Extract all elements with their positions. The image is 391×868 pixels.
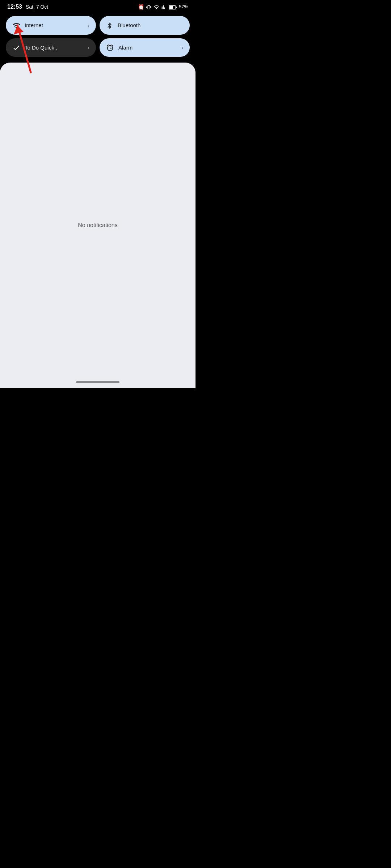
qs-tile-grid: Internet › Bluetooth To Do Quick.. › xyxy=(6,16,190,57)
quick-settings-panel: Internet › Bluetooth To Do Quick.. › xyxy=(0,12,196,63)
status-bar: 12:53 Sat, 7 Oct ⏰ xyxy=(0,0,196,12)
alarm-icon xyxy=(106,43,114,52)
vibrate-icon xyxy=(146,4,151,10)
no-notifications-text: No notifications xyxy=(78,222,117,229)
time-display: 12:53 xyxy=(7,4,22,10)
todo-chevron: › xyxy=(88,45,89,51)
alarm-label: Alarm xyxy=(118,44,177,51)
svg-rect-2 xyxy=(169,6,173,8)
notification-panel: No notifications xyxy=(0,63,196,388)
bluetooth-icon xyxy=(106,21,113,30)
alarm-chevron: › xyxy=(181,45,183,51)
battery-percentage: 57% xyxy=(179,4,188,9)
home-indicator[interactable] xyxy=(76,381,119,383)
qs-tile-internet[interactable]: Internet › xyxy=(6,16,96,35)
qs-tile-alarm[interactable]: Alarm › xyxy=(100,38,190,57)
qs-tile-bluetooth[interactable]: Bluetooth xyxy=(100,16,190,35)
bluetooth-label: Bluetooth xyxy=(118,22,183,28)
alarm-status-icon: ⏰ xyxy=(138,4,144,10)
date-display: Sat, 7 Oct xyxy=(26,4,48,10)
qs-tile-todo[interactable]: To Do Quick.. › xyxy=(6,38,96,57)
internet-label: Internet xyxy=(25,22,83,28)
todo-label: To Do Quick.. xyxy=(25,44,83,51)
check-icon xyxy=(12,43,20,52)
internet-chevron: › xyxy=(88,22,89,28)
wifi-status-icon xyxy=(154,4,159,10)
status-right: ⏰ 57% xyxy=(138,4,188,10)
signal-icon xyxy=(161,4,167,10)
status-left: 12:53 Sat, 7 Oct xyxy=(7,4,48,10)
svg-rect-1 xyxy=(176,7,177,8)
battery-icon xyxy=(169,4,177,9)
wifi-icon xyxy=(12,21,20,30)
